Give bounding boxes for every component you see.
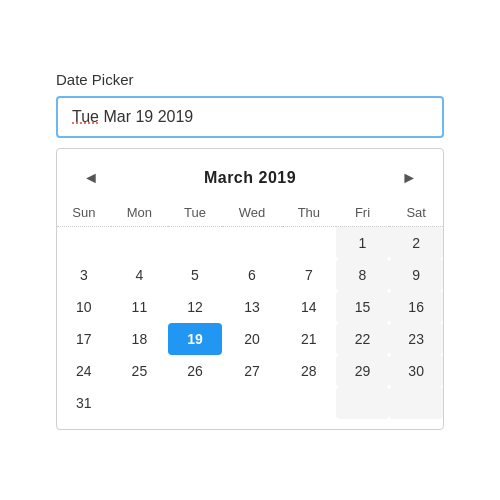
calendar-day-23[interactable]: 23	[389, 323, 443, 355]
empty-cell	[168, 387, 222, 419]
calendar-header: ◄ March 2019 ►	[57, 159, 443, 201]
calendar-day-25[interactable]: 25	[111, 355, 169, 387]
calendar-day-24[interactable]: 24	[57, 355, 111, 387]
empty-cell	[57, 226, 111, 259]
empty-cell	[282, 226, 336, 259]
calendar-day-9[interactable]: 9	[389, 259, 443, 291]
date-input-value[interactable]: Tue Mar 19 2019	[72, 108, 193, 125]
empty-cell	[111, 226, 169, 259]
calendar-day-16[interactable]: 16	[389, 291, 443, 323]
date-picker-container: Date Picker Tue Mar 19 2019 ◄ March 2019…	[40, 55, 460, 446]
calendar-day-21[interactable]: 21	[282, 323, 336, 355]
calendar-row: 24252627282930	[57, 355, 443, 387]
calendar-day-30[interactable]: 30	[389, 355, 443, 387]
calendar-day-12[interactable]: 12	[168, 291, 222, 323]
calendar-day-31[interactable]: 31	[57, 387, 111, 419]
calendar-row: 12	[57, 226, 443, 259]
calendar-day-22[interactable]: 22	[336, 323, 390, 355]
calendar-day-1[interactable]: 1	[336, 226, 390, 259]
prev-month-button[interactable]: ◄	[75, 165, 107, 191]
calendar-day-7[interactable]: 7	[282, 259, 336, 291]
calendar-day-17[interactable]: 17	[57, 323, 111, 355]
calendar-day-2[interactable]: 2	[389, 226, 443, 259]
weekday-header-tue: Tue	[168, 201, 222, 227]
date-picker-label: Date Picker	[56, 71, 444, 88]
weekday-header-mon: Mon	[111, 201, 169, 227]
empty-cell	[222, 226, 282, 259]
next-month-button[interactable]: ►	[393, 165, 425, 191]
empty-cell	[111, 387, 169, 419]
calendar-row: 17181920212223	[57, 323, 443, 355]
calendar-day-8[interactable]: 8	[336, 259, 390, 291]
weekday-header-row: SunMonTueWedThuFriSat	[57, 201, 443, 227]
weekday-header-wed: Wed	[222, 201, 282, 227]
calendar-day-13[interactable]: 13	[222, 291, 282, 323]
calendar-day-19[interactable]: 19	[168, 323, 222, 355]
calendar-row: 10111213141516	[57, 291, 443, 323]
weekday-header-fri: Fri	[336, 201, 390, 227]
calendar-day-29[interactable]: 29	[336, 355, 390, 387]
calendar-day-6[interactable]: 6	[222, 259, 282, 291]
calendar-grid: SunMonTueWedThuFriSat 123456789101112131…	[57, 201, 443, 419]
calendar: ◄ March 2019 ► SunMonTueWedThuFriSat 123…	[56, 148, 444, 430]
calendar-day-14[interactable]: 14	[282, 291, 336, 323]
calendar-day-27[interactable]: 27	[222, 355, 282, 387]
calendar-row: 31	[57, 387, 443, 419]
date-day-part: Tue	[72, 108, 99, 125]
calendar-row: 3456789	[57, 259, 443, 291]
date-input-wrapper[interactable]: Tue Mar 19 2019	[56, 96, 444, 138]
calendar-day-10[interactable]: 10	[57, 291, 111, 323]
calendar-day-28[interactable]: 28	[282, 355, 336, 387]
calendar-day-15[interactable]: 15	[336, 291, 390, 323]
calendar-day-26[interactable]: 26	[168, 355, 222, 387]
calendar-title: March 2019	[204, 169, 296, 187]
calendar-day-18[interactable]: 18	[111, 323, 169, 355]
weekday-header-thu: Thu	[282, 201, 336, 227]
weekday-header-sat: Sat	[389, 201, 443, 227]
empty-cell	[336, 387, 390, 419]
weekday-header-sun: Sun	[57, 201, 111, 227]
calendar-day-3[interactable]: 3	[57, 259, 111, 291]
calendar-day-20[interactable]: 20	[222, 323, 282, 355]
calendar-day-4[interactable]: 4	[111, 259, 169, 291]
empty-cell	[168, 226, 222, 259]
empty-cell	[389, 387, 443, 419]
calendar-day-5[interactable]: 5	[168, 259, 222, 291]
empty-cell	[222, 387, 282, 419]
calendar-day-11[interactable]: 11	[111, 291, 169, 323]
empty-cell	[282, 387, 336, 419]
